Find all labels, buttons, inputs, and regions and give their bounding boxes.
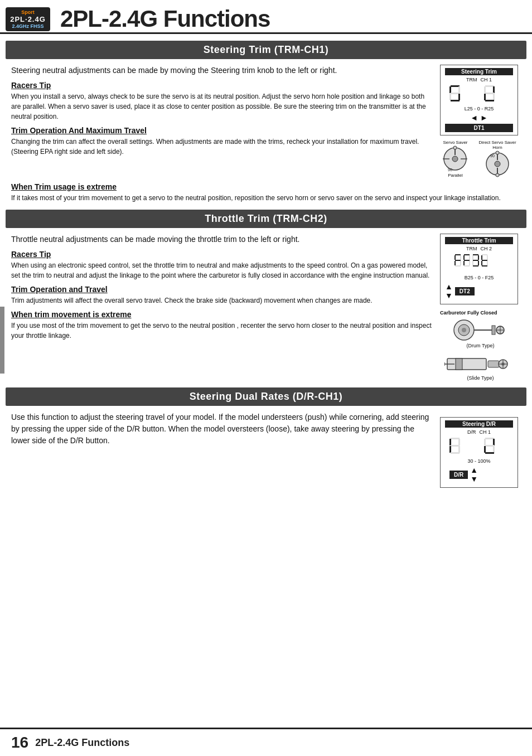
svg-rect-28 <box>455 254 461 255</box>
slide-type-label: (Slide Type) <box>467 375 494 381</box>
svg-rect-41 <box>464 265 470 266</box>
extreme-body-2: If you use most of the trim movement to … <box>11 321 433 341</box>
section-steering-dr: Steering Dual Rates (D/R-CH1) <box>6 387 526 406</box>
svg-rect-35 <box>464 254 470 255</box>
servo-saver-svg: 90 <box>440 145 471 173</box>
tt-arrows: ▲ ▼ <box>445 282 453 300</box>
trim-op-title-2: Trim Operation and Travel <box>11 285 433 294</box>
svg-rect-44 <box>478 255 479 260</box>
steering-trim-text: Steering neutral adjustments can be made… <box>11 65 433 160</box>
svg-rect-48 <box>473 265 478 266</box>
svg-point-24 <box>496 151 499 154</box>
steering-trim-intro: Steering neutral adjustments can be made… <box>11 65 433 76</box>
svg-point-17 <box>453 146 457 149</box>
logo-main: 2PL·2.4G <box>10 15 46 23</box>
svg-text:90: 90 <box>490 154 495 158</box>
st-trm-ch: TRM CH 1 <box>445 77 513 83</box>
racers-tip-title-1: Racers Tip <box>11 81 433 90</box>
svg-text:90: 90 <box>448 168 452 172</box>
svg-rect-12 <box>493 94 495 100</box>
svg-rect-32 <box>454 261 456 265</box>
svg-rect-45 <box>473 260 478 261</box>
dr-display-left <box>448 437 476 456</box>
svg-rect-31 <box>455 260 461 261</box>
svg-point-26 <box>496 173 499 177</box>
section-throttle-trim: Throttle Trim (TRM-CH2) <box>6 210 526 228</box>
st-display-left <box>448 84 476 104</box>
svg-rect-85 <box>493 446 495 453</box>
svg-rect-40 <box>469 261 470 265</box>
svg-rect-73 <box>451 438 460 439</box>
svg-rect-49 <box>482 254 487 255</box>
svg-rect-55 <box>482 265 487 266</box>
svg-rect-78 <box>458 446 460 453</box>
section-steering-trim: Steering Trim (TRM-CH1) <box>6 41 526 59</box>
svg-rect-75 <box>458 439 460 445</box>
carb-label: Carburetor Fully Closed <box>440 310 521 316</box>
extreme-title-2: When trim movement is extreme <box>11 310 433 319</box>
throttle-trim-text: Throttle neutral adjustments can be made… <box>11 234 433 344</box>
slide-type-area: (Slide Type) <box>440 353 521 381</box>
svg-rect-54 <box>487 261 488 265</box>
st-ch: CH 1 <box>480 77 492 83</box>
svg-rect-34 <box>455 265 461 266</box>
svg-rect-36 <box>463 255 465 260</box>
dr-dr: D/R <box>467 429 476 435</box>
svg-rect-47 <box>478 261 479 265</box>
drum-carburetor-svg <box>447 318 514 343</box>
svg-rect-42 <box>473 254 478 255</box>
left-accent-bar <box>0 307 4 374</box>
logo-top: Sport <box>21 9 35 15</box>
tt-ch: CH 2 <box>480 246 492 251</box>
throttle-trim-intro: Throttle neutral adjustments can be made… <box>11 234 433 245</box>
footer-number: 16 <box>11 734 28 752</box>
svg-rect-53 <box>481 261 482 265</box>
svg-rect-7 <box>485 85 494 87</box>
steering-trim-diagram: Steering Trim TRM CH 1 <box>440 65 518 135</box>
steering-dr-body: Use this function to adjust the steering… <box>11 411 433 447</box>
tt-title: Throttle Trim <box>445 237 513 244</box>
svg-rect-43 <box>472 255 473 260</box>
racers-tip-title-2: Racers Tip <box>11 250 433 259</box>
direct-servo-saver-svg: 90 <box>482 150 513 178</box>
svg-marker-67 <box>444 362 445 366</box>
svg-rect-29 <box>454 255 456 260</box>
tt-display-svg <box>454 253 504 273</box>
svg-rect-10 <box>485 93 494 94</box>
svg-rect-13 <box>485 100 494 101</box>
dr-ch: CH 1 <box>479 429 491 435</box>
steering-trim-diagram-col: Steering Trim TRM CH 1 <box>440 65 521 178</box>
trim-op-title-1: Trim Operation And Maximum Travel <box>11 126 433 135</box>
extreme-title-1: When Trim usage is extreme <box>11 182 521 191</box>
racers-tip-body-2: When using an electronic speed control, … <box>11 260 433 280</box>
racers-tip-body-1: When you install a servo, always check t… <box>11 91 433 122</box>
svg-rect-11 <box>484 94 486 100</box>
throttle-trim-diagram: Throttle Trim TRM CH 2 <box>440 234 518 304</box>
page-header: Sport 2PL·2.4G 2.4GHz FHSS 2PL-2.4G Func… <box>0 0 532 34</box>
svg-rect-52 <box>482 260 487 261</box>
trim-op-body-1: Changing the trim can affect the overall… <box>11 137 433 157</box>
tt-dt2: DT2 <box>455 287 475 295</box>
servo-saver-area: Servo Saver 90 <box>440 140 521 178</box>
direct-saver-horn-label: Direct Servo Saver Horn <box>474 140 521 150</box>
svg-rect-65 <box>456 358 462 370</box>
svg-rect-76 <box>451 445 460 447</box>
svg-rect-38 <box>464 260 470 261</box>
carb-area: Carburetor Fully Closed <box>440 310 521 381</box>
st-range: L25 - 0 - R25 <box>445 106 513 112</box>
parallel-label: Parallel <box>448 173 463 178</box>
logo-bottom: 2.4GHz FHSS <box>12 23 43 29</box>
svg-rect-83 <box>485 445 494 447</box>
slide-carburetor-svg <box>444 353 517 375</box>
svg-rect-50 <box>481 255 482 260</box>
svg-rect-46 <box>472 261 473 265</box>
svg-point-15 <box>452 156 458 162</box>
svg-rect-74 <box>449 439 451 445</box>
dr-btn: D/R <box>449 471 468 479</box>
st-title: Steering Trim <box>445 68 513 75</box>
svg-rect-80 <box>485 438 494 439</box>
svg-rect-6 <box>451 100 460 101</box>
svg-rect-9 <box>493 86 495 93</box>
dr-range: 30 - 100% <box>445 458 513 464</box>
svg-rect-0 <box>451 85 460 87</box>
